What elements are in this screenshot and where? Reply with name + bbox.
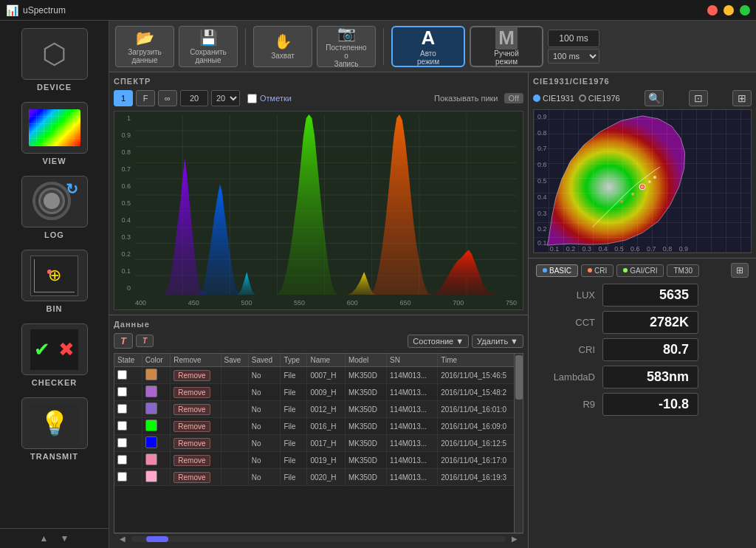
auto-mode-button[interactable]: A Авторежим: [391, 26, 465, 67]
state-dropdown-arrow: ▼: [456, 337, 464, 346]
cell-remove: Remove: [171, 435, 221, 452]
load-data-button[interactable]: 📂 Загрузитьданные: [115, 26, 174, 67]
spec-btn-f[interactable]: F: [136, 90, 155, 106]
sidebar-scroll-down-button[interactable]: ▼: [55, 533, 75, 544]
row-checkbox-2[interactable]: [117, 404, 127, 414]
app-title: uSpectrum: [23, 5, 66, 16]
remove-button-2[interactable]: Remove: [173, 404, 210, 415]
maximize-button[interactable]: [740, 5, 750, 16]
cell-state: [114, 435, 142, 452]
cell-type: File: [281, 452, 307, 469]
color-swatch-1: [145, 386, 157, 397]
measurements-settings-button[interactable]: ⊞: [731, 263, 749, 278]
y-label-01: 0.1: [116, 267, 131, 275]
tab-gai-dot: [623, 268, 628, 273]
cri-value: 80.7: [602, 338, 698, 361]
marks-label: Отметки: [260, 94, 292, 103]
marks-checkbox[interactable]: [247, 94, 257, 103]
bulb-icon: 💡: [40, 409, 69, 437]
spec-btn-inf[interactable]: ∞: [158, 90, 177, 106]
sidebar-item-checker[interactable]: ✔ ✖ CHECKER: [7, 319, 103, 391]
tab-tm30[interactable]: TM30: [667, 264, 699, 277]
cell-type: File: [281, 384, 307, 401]
sidebar-item-log[interactable]: ↻ LOG: [7, 171, 103, 244]
vertical-scrollbar[interactable]: [514, 354, 523, 532]
tab-cri[interactable]: CRI: [581, 264, 614, 277]
minimize-button[interactable]: [724, 5, 734, 16]
speed-dropdown[interactable]: 100 ms 200 ms 500 ms: [548, 49, 599, 64]
remove-button-4[interactable]: Remove: [173, 438, 210, 449]
spectrum-dropdown[interactable]: 20: [211, 90, 240, 106]
cell-sn: 114M013...: [387, 384, 438, 401]
cie1976-radio[interactable]: CIE1976: [579, 94, 620, 103]
camera-icon: 📷: [337, 24, 356, 42]
scroll-left-button[interactable]: ◀: [117, 535, 128, 543]
cell-name: 0020_H: [307, 469, 346, 486]
svg-marker-23: [432, 250, 495, 295]
cie1931-radio[interactable]: CIE1931: [533, 94, 574, 103]
spec-btn-1[interactable]: 1: [114, 90, 133, 106]
italic-t1-button[interactable]: T: [114, 333, 133, 349]
remove-button-1[interactable]: Remove: [173, 387, 210, 398]
sidebar-item-label-view: VIEW: [42, 157, 66, 165]
svg-marker-21: [347, 272, 375, 295]
remove-button-0[interactable]: Remove: [173, 370, 210, 381]
row-checkbox-4[interactable]: [117, 438, 127, 448]
remove-button-3[interactable]: Remove: [173, 421, 210, 432]
manual-mode-button[interactable]: M Ручнойрежим: [470, 26, 543, 67]
bin-y-axis: [34, 259, 35, 292]
speed-input[interactable]: [548, 30, 599, 47]
col-sn: SN: [387, 354, 438, 367]
record-button[interactable]: 📷 ПостепеннооЗапись: [317, 26, 376, 67]
row-checkbox-3[interactable]: [117, 421, 127, 431]
hand-icon: ✋: [274, 32, 292, 50]
spectrum-value-input[interactable]: [180, 90, 208, 106]
save-data-button[interactable]: 💾 Сохранитьданные: [179, 26, 238, 67]
state-dropdown[interactable]: Состояние ▼: [408, 335, 469, 348]
cie-zoom-button[interactable]: 🔍: [645, 90, 664, 106]
transmit-icon: 💡: [30, 403, 78, 444]
sidebar-item-label-checker: CHECKER: [32, 378, 77, 387]
delete-dropdown[interactable]: Удалить ▼: [472, 335, 523, 348]
color-swatch-5: [145, 453, 157, 465]
auto-mode-label: Авторежим: [417, 49, 439, 66]
data-table-wrapper: State Color Remove Save Saved Type Name …: [114, 353, 523, 533]
cell-color: [142, 401, 171, 418]
cell-state: [114, 384, 142, 401]
y-label-08: 0.8: [116, 148, 131, 156]
scroll-right-button[interactable]: ▶: [509, 535, 520, 543]
italic-t2-button[interactable]: T: [136, 335, 154, 347]
row-checkbox-0[interactable]: [117, 370, 127, 380]
sidebar-item-device[interactable]: ⬡ DEVICE: [7, 24, 103, 96]
y-label-09: 0.9: [116, 131, 131, 139]
cell-type: File: [281, 469, 307, 486]
cie-fit-button[interactable]: ⊡: [689, 90, 708, 106]
checkmark-icon: ✔: [34, 338, 50, 361]
cell-saved: No: [248, 367, 281, 384]
cell-type: File: [281, 435, 307, 452]
close-button[interactable]: [707, 5, 718, 16]
row-checkbox-6[interactable]: [117, 472, 127, 482]
row-checkbox-5[interactable]: [117, 455, 127, 465]
sidebar-item-bin[interactable]: ⊕ BIN: [7, 245, 103, 318]
capture-button[interactable]: ✋ Захват: [253, 26, 312, 67]
cie-grid-button[interactable]: ⊞: [732, 90, 752, 106]
cell-model: MK350D: [345, 435, 386, 452]
y-label-02: 0.2: [116, 250, 131, 258]
sidebar-item-label-transmit: TRANSMIT: [30, 452, 78, 461]
table-row: Remove No File 0012_H MK350D 114M013... …: [114, 401, 523, 418]
svg-marker-20: [275, 114, 337, 295]
tab-gai-cri[interactable]: GAI/CRI: [616, 264, 664, 277]
sidebar-item-view[interactable]: VIEW: [7, 97, 103, 170]
view-grid: [29, 109, 80, 146]
sidebar-item-transmit[interactable]: 💡 TRANSMIT: [7, 393, 103, 465]
tab-basic[interactable]: BASIC: [536, 264, 578, 277]
sidebar-item-label-log: LOG: [44, 230, 64, 239]
device-icon-box: ⬡: [21, 28, 88, 80]
row-checkbox-1[interactable]: [117, 387, 127, 397]
col-type: Type: [281, 354, 307, 367]
remove-button-6[interactable]: Remove: [173, 472, 210, 483]
remove-button-5[interactable]: Remove: [173, 455, 210, 466]
cell-remove: Remove: [171, 452, 221, 469]
sidebar-scroll-up-button[interactable]: ▲: [34, 533, 55, 544]
